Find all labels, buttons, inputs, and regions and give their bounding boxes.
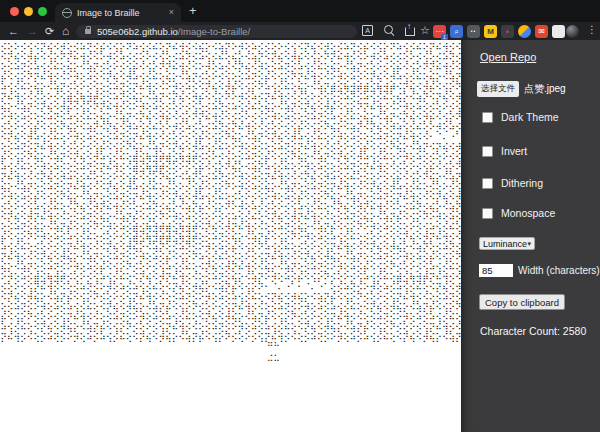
ext-glyph: •• <box>471 25 477 38</box>
braille-art-output: ⡪⢕⠕⡪⢪⠪⡝⢮⠪⡺⢕⡪⠵⢝⡪⡮⠪⢪⡕⠝⠵⢪⡪⠮⢕⡝⠮⢺⡪⠪⢮⡕⠪⢵⡝⠕⡺⢕⠵⡪… <box>1 42 462 342</box>
width-input-row: Width (characters) <box>479 264 600 277</box>
extension-badge: 1 <box>441 34 448 40</box>
share-icon[interactable] <box>405 27 415 36</box>
dithering-label: Dithering <box>501 177 543 189</box>
reload-button[interactable]: ⟳ <box>45 24 54 38</box>
lock-icon <box>85 29 91 34</box>
zoom-window-button[interactable] <box>38 7 47 16</box>
dark-theme-checkbox[interactable] <box>482 112 493 123</box>
address-bar[interactable]: 505e06b2.github.io/Image-to-Braille/ <box>76 25 357 38</box>
open-repo-link[interactable]: Open Repo <box>480 51 536 63</box>
ext-compass-icon[interactable] <box>518 25 531 38</box>
controls-sidebar: Open Repo 选择文件 点赞.jpeg Dark Theme Invert… <box>461 40 600 432</box>
monospace-label: Monospace <box>501 207 555 219</box>
tab-title: Image to Braille <box>77 8 165 18</box>
dark-theme-checkbox-row: Dark Theme <box>482 111 559 123</box>
url-domain: 505e06b2.github.io <box>97 26 178 37</box>
ext-dark-face-icon[interactable]: •• <box>467 25 480 38</box>
url-path: /Image-to-Braille/ <box>178 26 250 37</box>
browser-toolbar: ← → ⟳ ⌂ 505e06b2.github.io/Image-to-Brai… <box>0 22 600 40</box>
tab-strip: Image to Braille × + <box>0 0 600 22</box>
ext-yellow-m-icon[interactable]: M <box>484 25 497 38</box>
mail-icon: ✉ <box>538 25 545 38</box>
forward-button[interactable]: → <box>27 24 38 38</box>
character-count: Character Count: 2580 <box>480 325 586 337</box>
width-input[interactable] <box>479 264 513 277</box>
tab-favicon-globe-icon <box>62 8 72 18</box>
copy-to-clipboard-button[interactable]: Copy to clipboard <box>479 294 565 310</box>
home-button[interactable]: ⌂ <box>62 24 69 38</box>
ext-red-dots-icon[interactable]: ⋯ 1 <box>433 25 446 38</box>
invert-checkbox[interactable] <box>482 146 493 157</box>
page-content: ⡪⢕⠕⡪⢪⠪⡝⢮⠪⡺⢕⡪⠵⢝⡪⡮⠪⢪⡕⠝⠵⢪⡪⠮⢕⡝⠮⢺⡪⠪⢮⡕⠪⢵⡝⠕⡺⢕⠵⡪… <box>0 40 461 432</box>
mode-select-dropdown[interactable]: Luminance ▾ <box>479 237 535 250</box>
bookmark-star-icon[interactable]: ☆ <box>420 24 430 37</box>
browser-tab[interactable]: Image to Braille × <box>55 3 181 22</box>
dithering-checkbox-row: Dithering <box>482 177 543 189</box>
invert-label: Invert <box>501 145 527 157</box>
file-input: 选择文件 点赞.jpeg <box>477 81 566 97</box>
mode-select-value: Luminance <box>483 239 527 249</box>
selected-file-name: 点赞.jpeg <box>524 82 566 96</box>
extensions-puzzle-icon[interactable] <box>552 25 565 38</box>
braille-art-tail: ⠛⠓ <box>267 341 280 351</box>
invert-checkbox-row: Invert <box>482 145 527 157</box>
dithering-checkbox[interactable] <box>482 178 493 189</box>
monospace-checkbox[interactable] <box>482 208 493 219</box>
braille-art-tail: ⣐⣂ <box>267 351 280 361</box>
page-zoom-icon[interactable] <box>384 25 393 34</box>
minimize-window-button[interactable] <box>24 7 33 16</box>
monospace-checkbox-row: Monospace <box>482 207 555 219</box>
close-window-button[interactable] <box>10 7 19 16</box>
ext-glyph: ▪ <box>506 25 509 38</box>
profile-avatar[interactable] <box>566 25 579 38</box>
back-button[interactable]: ← <box>8 24 19 38</box>
width-input-label: Width (characters) <box>518 265 600 276</box>
dark-theme-label: Dark Theme <box>501 111 559 123</box>
ext-red-mail-icon[interactable]: ✉ <box>535 25 548 38</box>
browser-menu-icon[interactable]: ⋮ <box>587 24 597 35</box>
ext-glyph: ⌕ <box>454 25 458 38</box>
ext-blue-search-icon[interactable]: ⌕ <box>450 25 463 38</box>
tab-close-icon[interactable]: × <box>169 8 174 17</box>
new-tab-button[interactable]: + <box>189 3 197 18</box>
ext-dark-red-icon[interactable]: ▪ <box>501 25 514 38</box>
url-text: 505e06b2.github.io/Image-to-Braille/ <box>97 26 250 37</box>
translate-icon[interactable]: A <box>362 25 373 36</box>
extensions-row: ⋯ 1 ⌕ •• M ▪ ✉ <box>433 25 565 38</box>
choose-file-button[interactable]: 选择文件 <box>477 81 519 97</box>
chevron-down-icon: ▾ <box>527 240 531 248</box>
ext-glyph: M <box>487 25 494 38</box>
